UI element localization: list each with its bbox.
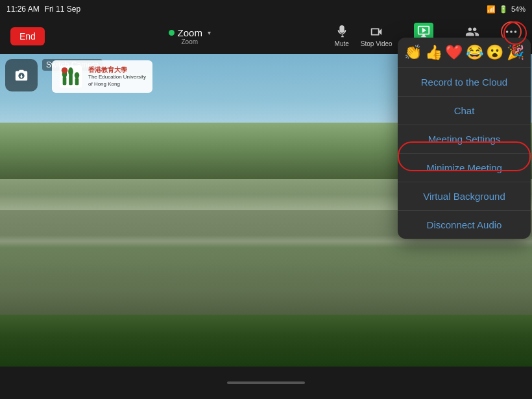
date: Fri 11 Sep: [45, 5, 80, 14]
wow-emoji[interactable]: 😮: [486, 44, 503, 61]
zoom-sublabel: Zoom: [181, 38, 198, 45]
time: 11:26 AM: [6, 5, 40, 14]
dropdown-menu: 👏 👍 ❤️ 😂 😮 🎉 Record to the Cloud Chat Me…: [398, 38, 531, 239]
chat-menu-item[interactable]: Chat: [398, 97, 531, 125]
party-emoji[interactable]: 🎉: [507, 44, 524, 61]
svg-point-9: [75, 72, 80, 79]
status-right: 📶 🔋 54%: [487, 5, 526, 14]
university-name-cn: 香港教育大學: [88, 66, 146, 74]
laugh-emoji[interactable]: 😂: [466, 44, 483, 61]
svg-rect-8: [75, 78, 79, 85]
switch-camera-icon: [14, 68, 29, 82]
participants-icon: [465, 25, 479, 39]
zoom-label: Zoom: [178, 27, 202, 38]
battery-level: 54%: [511, 5, 526, 13]
status-bar: 11:26 AM Fri 11 Sep 📶 🔋 54%: [0, 0, 532, 18]
zoom-chevron-icon: ▾: [208, 29, 211, 36]
emoji-reactions-row: 👏 👍 ❤️ 😂 😮 🎉: [398, 38, 531, 68]
virtual-background-menu-item[interactable]: Virtual Background: [398, 182, 531, 211]
svg-point-0: [506, 30, 509, 33]
stop-video-label: Stop Video: [361, 40, 393, 47]
thumbsup-emoji[interactable]: 👍: [425, 44, 442, 61]
toolbar-center: Zoom ▾ Zoom: [169, 27, 211, 45]
end-button[interactable]: End: [10, 27, 45, 45]
svg-point-2: [514, 30, 517, 33]
university-logo: 香港教育大學 The Education University of Hong …: [52, 60, 152, 93]
status-left: 11:26 AM Fri 11 Sep: [6, 5, 80, 14]
connection-indicator: [169, 30, 175, 36]
bottom-bar: [0, 367, 532, 399]
microphone-icon: [335, 25, 349, 39]
home-indicator: [227, 381, 305, 384]
minimize-meeting-menu-item[interactable]: Minimize Meeting: [398, 154, 531, 182]
wifi-icon: 📶: [487, 5, 496, 14]
stop-video-button[interactable]: Stop Video: [361, 25, 393, 47]
svg-point-7: [68, 67, 73, 76]
record-cloud-menu-item[interactable]: Record to the Cloud: [398, 68, 531, 97]
disconnect-audio-menu-item[interactable]: Disconnect Audio: [398, 211, 531, 239]
svg-point-10: [62, 67, 68, 74]
university-name-en-2: of Hong Kong: [88, 81, 146, 88]
switch-camera-button[interactable]: [5, 59, 38, 91]
mute-label: Mute: [335, 40, 349, 47]
battery-icon: 🔋: [499, 5, 508, 14]
video-icon: [369, 25, 383, 39]
mute-button[interactable]: Mute: [335, 25, 349, 47]
toolbar-left: End: [10, 27, 45, 45]
svg-rect-4: [63, 77, 67, 85]
university-icon: [58, 64, 83, 89]
more-dots-icon: [504, 25, 518, 39]
meeting-settings-menu-item[interactable]: Meeting Settings: [398, 125, 531, 154]
svg-point-1: [510, 30, 513, 33]
clap-emoji[interactable]: 👏: [404, 44, 422, 61]
university-text: 香港教育大學 The Education University of Hong …: [88, 66, 146, 88]
university-name-en-1: The Education University: [88, 74, 146, 80]
heart-emoji[interactable]: ❤️: [445, 44, 463, 61]
